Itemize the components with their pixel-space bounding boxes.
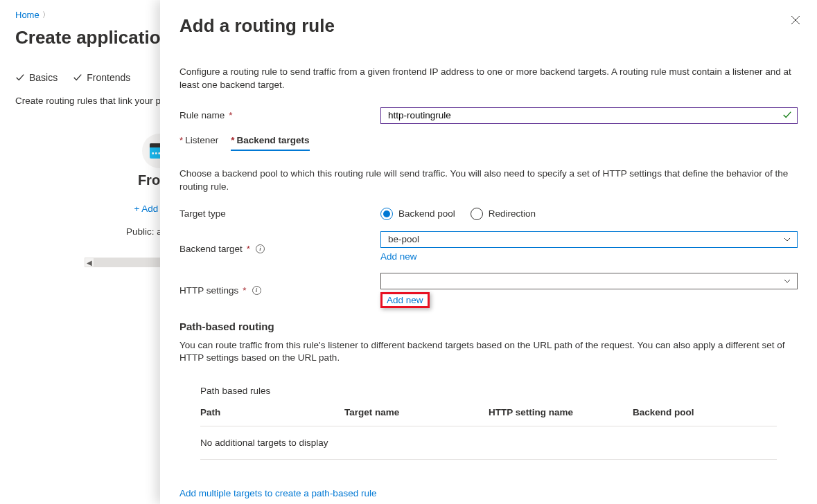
http-settings-select[interactable] <box>380 273 798 289</box>
radio-backend-pool[interactable]: Backend pool <box>380 208 455 220</box>
rule-name-input[interactable] <box>380 107 798 124</box>
radio-unselected-icon <box>471 208 483 220</box>
path-rules-table-title: Path based rules <box>200 386 777 396</box>
target-type-label: Target type <box>179 208 380 219</box>
col-http-setting: HTTP setting name <box>489 407 633 417</box>
breadcrumb-home[interactable]: Home <box>15 10 39 20</box>
chevron-down-icon <box>783 235 791 244</box>
info-icon[interactable]: i <box>256 244 265 253</box>
close-icon <box>791 15 800 25</box>
tab-backend-targets[interactable]: *Backend targets <box>231 135 309 151</box>
path-based-routing-heading: Path-based routing <box>179 321 798 332</box>
add-multiple-targets-link[interactable]: Add multiple targets to create a path-ba… <box>179 488 376 498</box>
routing-rule-panel: Add a routing rule Configure a routing r… <box>160 0 817 504</box>
scroll-track[interactable] <box>94 258 160 267</box>
radio-selected-icon <box>380 208 393 220</box>
chevron-down-icon <box>783 277 791 285</box>
check-icon <box>73 73 82 82</box>
path-rules-table: Path based rules Path Target name HTTP s… <box>179 386 798 460</box>
col-backend-pool: Backend pool <box>633 407 777 417</box>
col-target-name: Target name <box>344 407 489 417</box>
close-button[interactable] <box>791 15 800 25</box>
tab-listener[interactable]: *Listener <box>179 135 218 151</box>
backend-target-add-new-link[interactable]: Add new <box>380 251 417 262</box>
info-icon[interactable]: i <box>252 286 261 295</box>
panel-description: Configure a routing rule to send traffic… <box>179 66 798 92</box>
backend-target-value: be-pool <box>388 234 419 244</box>
radio-redirection[interactable]: Redirection <box>471 208 536 220</box>
table-header-row: Path Target name HTTP setting name Backe… <box>200 407 777 426</box>
valid-check-icon <box>782 110 792 120</box>
step-basics[interactable]: Basics <box>15 72 58 83</box>
radio-redirection-label: Redirection <box>489 208 536 219</box>
table-empty-row: No additional targets to display <box>200 426 777 460</box>
radio-backend-pool-label: Backend pool <box>398 208 455 219</box>
backend-targets-description: Choose a backend pool to which this rout… <box>179 168 798 194</box>
scroll-left-icon[interactable]: ◀ <box>85 258 94 267</box>
step-frontends-label: Frontends <box>87 72 130 83</box>
path-based-routing-description: You can route traffic from this rule's l… <box>179 339 798 366</box>
panel-tabs: *Listener *Backend targets <box>179 135 798 151</box>
col-path: Path <box>200 407 344 417</box>
http-settings-add-new-link[interactable]: Add new <box>380 292 430 308</box>
http-settings-label: HTTP settings* i <box>179 273 380 296</box>
backend-target-select[interactable]: be-pool <box>380 231 798 248</box>
chevron-right-icon: 〉 <box>42 10 50 20</box>
step-basics-label: Basics <box>29 72 58 83</box>
rule-name-label: Rule name* <box>179 110 380 120</box>
panel-title: Add a routing rule <box>179 15 798 37</box>
backend-target-label: Backend target* i <box>179 231 380 254</box>
check-icon <box>15 73 25 82</box>
target-type-radiogroup: Backend pool Redirection <box>380 208 798 220</box>
step-frontends[interactable]: Frontends <box>73 72 130 83</box>
